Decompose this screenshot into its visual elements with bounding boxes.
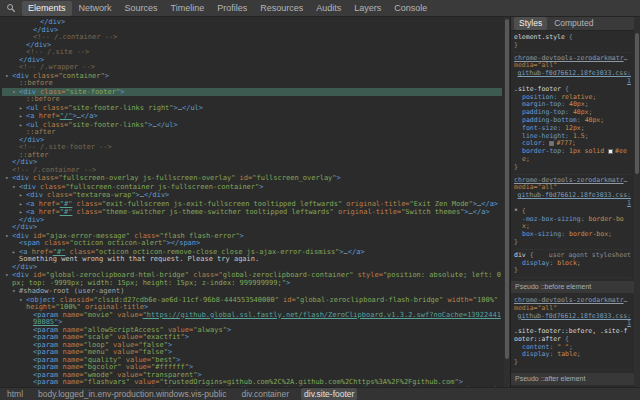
dom-node[interactable]: ▸<ul class="site-footer-links">…</ul> <box>2 121 502 130</box>
sidebar-tab-computed[interactable]: Computed <box>549 17 598 30</box>
devtools-window: ElementsNetworkSourcesTimelineProfilesRe… <box>0 0 640 400</box>
semicolon: ; <box>608 230 612 238</box>
collapse-arrow-icon[interactable]: ▾ <box>12 183 19 191</box>
stylesheet-link[interactable]: github-f0d76612.18fe3033.css:1 <box>518 69 632 85</box>
dom-node[interactable]: ▾<div class="fullscreen-container js-ful… <box>2 183 502 192</box>
expand-arrow-icon[interactable]: ▸ <box>19 121 26 129</box>
dom-node[interactable]: ::after <box>2 152 502 160</box>
collapse-arrow-icon[interactable]: ▾ <box>5 72 12 80</box>
dom-node[interactable]: ▸<a href="#" class="exit-fullscreen js-e… <box>2 200 502 209</box>
dom-node[interactable]: <!-- /.site-footer --> <box>2 144 502 152</box>
css-selector-line[interactable]: element.style { <box>514 34 631 42</box>
dom-node[interactable]: </div> <box>2 264 502 272</box>
css-property-value: relative <box>561 93 592 101</box>
color-swatch[interactable] <box>549 141 554 146</box>
css-property-name: content <box>522 343 549 351</box>
tab-sources[interactable]: Sources <box>119 1 164 16</box>
breadcrumb-item[interactable]: body.logged_in.env-production.windows.vi… <box>35 388 229 400</box>
sidebar-tabs: StylesComputed <box>511 17 640 31</box>
css-declaration[interactable]: display: block; <box>514 260 631 268</box>
semicolon: ; <box>577 350 581 358</box>
dom-node[interactable]: <param name="movie" value="https://githu… <box>2 312 502 327</box>
expand-arrow-icon[interactable]: ▸ <box>19 200 26 208</box>
css-property-value: " " <box>557 343 569 351</box>
sidebar-tab-styles[interactable]: Styles <box>514 17 547 30</box>
dom-node[interactable]: </div> <box>2 217 502 225</box>
dom-node[interactable]: <embed src="https://github.global.ssl.fa… <box>2 387 502 388</box>
dom-node[interactable]: ::before <box>2 96 502 104</box>
expand-arrow-icon[interactable]: ▸ <box>12 248 19 256</box>
elements-scrollbar[interactable] <box>504 17 510 387</box>
dom-node[interactable]: <!-- /.container --> <box>2 167 502 175</box>
collapse-arrow-icon[interactable]: ▾ <box>12 88 19 96</box>
breadcrumb-item[interactable]: div.container <box>238 388 292 400</box>
semicolon: ; <box>572 139 576 147</box>
tab-elements[interactable]: Elements <box>22 1 72 16</box>
css-selector-line[interactable]: .site-footer::before, .site-footer::afte… <box>514 328 631 344</box>
breadcrumb-active[interactable]: div.site-footer <box>301 388 357 400</box>
tab-console[interactable]: Console <box>388 1 433 16</box>
css-property-value: 40px <box>569 100 585 108</box>
dom-node[interactable]: <!-- /.wrapper --> <box>2 64 502 72</box>
semicolon: ; <box>585 100 589 108</box>
css-property-value: 40px <box>585 116 601 124</box>
tab-timeline[interactable]: Timeline <box>165 1 211 16</box>
dom-node[interactable]: ▸<ul class="site-footer-links right">…</… <box>2 104 502 113</box>
dom-node[interactable]: ▾<object classid="clsid:d27cdb6e-ae6d-11… <box>2 296 502 312</box>
dom-node[interactable]: </div> <box>2 19 502 27</box>
dom-node[interactable]: ::after <box>2 129 502 137</box>
collapse-arrow-icon[interactable]: ▾ <box>19 296 26 304</box>
dom-node[interactable]: ▸<div class="textarea-wrap">…</div> <box>2 191 502 200</box>
collapse-arrow-icon[interactable]: ▾ <box>5 271 12 279</box>
css-selector: * <box>514 207 522 215</box>
dom-node[interactable]: ▸<a href="#" class="theme-switcher js-th… <box>2 208 502 217</box>
dom-node[interactable]: <span class="octicon octicon-alert"></sp… <box>2 240 502 248</box>
css-property-name: border-top <box>522 147 561 155</box>
dom-node[interactable]: <!-- /.container --> <box>2 34 502 42</box>
dom-node[interactable]: <!-- /.site --> <box>2 49 502 57</box>
css-declaration[interactable]: box-sizing: border-box; <box>514 231 631 239</box>
css-declaration[interactable]: -moz-box-sizing: border-box; <box>514 216 631 232</box>
dom-node[interactable]: ▾#shadow-root (user-agent) <box>2 287 502 296</box>
elements-scrollbar-thumb[interactable] <box>505 19 509 359</box>
dom-node[interactable]: ::before <box>2 80 502 88</box>
css-declaration[interactable]: display: table; <box>514 351 631 359</box>
breadcrumb-bar: htmlbody.logged_in.env-production.window… <box>0 387 640 400</box>
css-property-name: display <box>522 259 549 267</box>
colon: : <box>542 139 550 147</box>
expand-arrow-icon[interactable]: ▸ <box>19 191 26 199</box>
dom-node[interactable]: Something went wrong with that request. … <box>2 256 502 264</box>
css-selector: .site-footer::before, .site-footer::afte… <box>514 327 628 343</box>
collapse-arrow-icon[interactable]: ▾ <box>5 174 12 182</box>
expand-arrow-icon[interactable]: ▸ <box>19 104 26 112</box>
tab-profiles[interactable]: Profiles <box>211 1 253 16</box>
stylesheet-link[interactable]: github-f0d76612.18fe3033.css:1 <box>518 312 632 328</box>
tab-layers[interactable]: Layers <box>348 1 387 16</box>
breadcrumb-item[interactable]: html <box>4 388 26 400</box>
inspect-element-button[interactable] <box>4 2 18 15</box>
dom-node[interactable]: </div> <box>2 224 502 232</box>
dom-node[interactable]: ▾<div class="fullscreen-overlay js-fulls… <box>2 174 502 183</box>
color-swatch[interactable] <box>608 149 613 154</box>
dom-node[interactable]: ▾<div class="container"> <box>2 72 502 81</box>
collapse-arrow-icon[interactable]: ▾ <box>12 287 19 295</box>
tab-resources[interactable]: Resources <box>254 1 309 16</box>
css-rule: element.style {} <box>514 33 631 53</box>
pseudo-section-header: Pseudo ::after element <box>511 372 640 386</box>
colon: : <box>565 132 573 140</box>
css-property-value: 1px solid <box>569 147 608 155</box>
styles-scrollbar[interactable] <box>634 17 640 387</box>
expand-arrow-icon[interactable]: ▸ <box>19 112 26 120</box>
dom-node[interactable]: ▸<a href="/">…</a> <box>2 112 502 121</box>
tab-network[interactable]: Network <box>73 1 118 16</box>
stylesheet-link[interactable]: github-f0d76612.18fe3033.css:1 <box>518 191 632 207</box>
css-declaration[interactable]: border-top: 1px solid #eee; <box>514 148 631 164</box>
tab-audits[interactable]: Audits <box>310 1 347 16</box>
semicolon: ; <box>569 343 573 351</box>
dom-node[interactable]: ▾<div id="global-zeroclipboard-html-brid… <box>2 271 502 287</box>
open-brace: { <box>522 207 526 215</box>
dom-node-selected[interactable]: ▾<div class="site-footer"> <box>2 88 502 97</box>
collapse-arrow-icon[interactable]: ▾ <box>5 232 12 240</box>
styles-scrollbar-thumb[interactable] <box>635 33 639 174</box>
expand-arrow-icon[interactable]: ▸ <box>19 208 26 216</box>
